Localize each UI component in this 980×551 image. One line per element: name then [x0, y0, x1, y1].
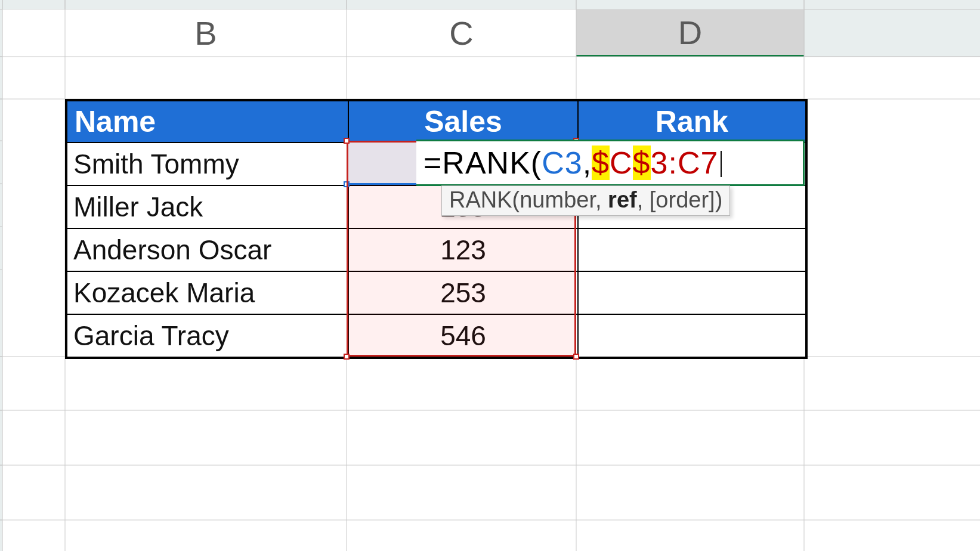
selection-handle[interactable]: [344, 181, 350, 187]
table-row: Kozacek Maria 253: [67, 271, 806, 314]
cell-b7-value: Garcia Tracy: [73, 320, 229, 352]
formula-abs-dollar2: $: [633, 146, 651, 180]
cell-c7[interactable]: 546: [348, 314, 578, 357]
cell-d6[interactable]: [578, 271, 806, 314]
cell-c5-value: 123: [440, 234, 486, 266]
range-handle[interactable]: [573, 138, 579, 144]
header-name-label: Name: [75, 104, 156, 139]
cell-b3-value: Smith Tommy: [73, 148, 239, 180]
cell-b7[interactable]: Garcia Tracy: [67, 314, 348, 357]
formula-comma: ,: [583, 146, 592, 180]
cell-c7-value: 546: [440, 320, 486, 352]
header-rank-label: Rank: [656, 104, 728, 139]
cell-c6-value: 253: [440, 277, 486, 309]
column-header-c-label: C: [449, 14, 473, 52]
tooltip-ref[interactable]: ref: [608, 187, 637, 212]
cell-b3[interactable]: Smith Tommy: [67, 143, 348, 185]
range-handle[interactable]: [344, 354, 350, 360]
column-header-c[interactable]: C: [347, 10, 576, 57]
cell-b6[interactable]: Kozacek Maria: [67, 271, 348, 314]
column-header-b[interactable]: B: [65, 10, 347, 57]
cell-b4[interactable]: Miller Jack: [67, 185, 348, 228]
tooltip-sep1: ,: [595, 187, 608, 212]
header-sales: Sales: [348, 101, 578, 143]
column-header-b-label: B: [194, 14, 217, 52]
range-handle[interactable]: [344, 138, 350, 144]
cell-c5[interactable]: 123: [348, 228, 578, 271]
tooltip-number[interactable]: number: [520, 187, 595, 212]
table-header-row: Name Sales Rank: [67, 101, 806, 143]
table-row: Anderson Oscar 123: [67, 228, 806, 271]
formula-abs-3: 3: [651, 146, 669, 180]
cell-d7[interactable]: [578, 314, 806, 357]
header-name: Name: [67, 101, 348, 143]
data-table: Name Sales Rank Smith Tommy Miller Jack …: [65, 99, 808, 359]
column-header-d[interactable]: D: [576, 10, 804, 57]
text-caret-icon: [721, 151, 722, 177]
formula-arg-c3: C3: [542, 146, 582, 180]
cell-b5-value: Anderson Oscar: [73, 234, 271, 266]
cell-c6[interactable]: 253: [348, 271, 578, 314]
cell-b5[interactable]: Anderson Oscar: [67, 228, 348, 271]
tooltip-fn: RANK(: [449, 187, 520, 212]
formula-ref2: C7: [678, 146, 718, 180]
formula-abs-c: C: [610, 146, 633, 180]
cell-b6-value: Kozacek Maria: [73, 277, 255, 309]
cell-b4-value: Miller Jack: [73, 191, 203, 223]
tooltip-sep2: , [order]): [637, 187, 723, 212]
formula-colon: :: [668, 146, 677, 180]
formula-input[interactable]: =RANK(C3,$C$3:C7: [423, 145, 722, 181]
header-rank: Rank: [578, 101, 806, 143]
formula-abs-dollar1: $: [592, 146, 610, 180]
range-handle[interactable]: [573, 354, 579, 360]
table-row: Garcia Tracy 546: [67, 314, 806, 357]
header-sales-label: Sales: [424, 104, 502, 139]
column-header-d-label: D: [678, 13, 702, 52]
formula-prefix: =RANK(: [423, 146, 542, 180]
cell-d5[interactable]: [578, 228, 806, 271]
function-tooltip[interactable]: RANK(number, ref, [order]): [441, 185, 730, 216]
